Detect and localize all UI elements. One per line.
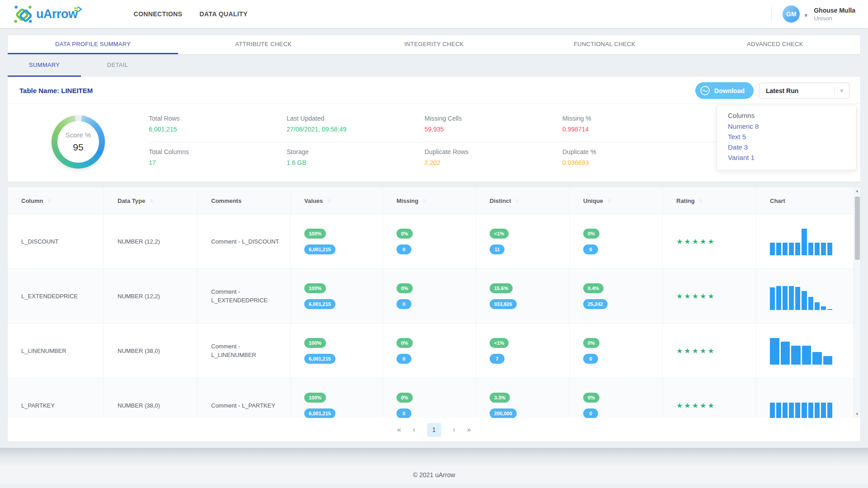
column-header-unique[interactable]: Unique↑↓	[570, 188, 663, 214]
avatar[interactable]: GM	[783, 5, 800, 23]
column-header-label: Column	[21, 197, 43, 204]
columns-panel-item-numeric[interactable]: Numeric 8	[728, 121, 845, 131]
subtab-summary[interactable]: SUMMARY	[8, 54, 81, 77]
run-select[interactable]: Latest Run ▼	[759, 83, 849, 99]
download-icon	[700, 85, 710, 96]
stat-label: Missing %	[562, 115, 700, 122]
next-page-button[interactable]: ›	[453, 426, 455, 434]
stat-label: Last Updated	[287, 115, 425, 122]
column-header-label: Comments	[211, 197, 241, 204]
column-header-label: Data Type	[118, 197, 145, 204]
count-badge: 6,001,215	[304, 299, 335, 309]
table-body: L_DISCOUNTNUMBER (12,2)Comment - L_DISCO…	[8, 214, 860, 418]
download-label: Download	[714, 87, 745, 94]
percent-badge: 0%	[583, 338, 599, 348]
cell-rating: ★★★★★	[663, 269, 756, 323]
column-header-column[interactable]: Column↑↓	[8, 188, 104, 214]
column-header-chart: Chart	[756, 188, 860, 214]
stat-value: 6,001,215	[149, 126, 287, 133]
stat-total-columns: Total Columns17	[149, 142, 287, 175]
count-badge: 0	[396, 354, 411, 364]
cell-chart	[756, 324, 860, 378]
columns-panel-item-text[interactable]: Text 5	[728, 131, 845, 142]
brand-logo[interactable]: uArrow	[13, 4, 90, 24]
scrollbar-thumb[interactable]	[855, 197, 860, 260]
column-header-rating[interactable]: Rating↑↓	[663, 188, 756, 214]
histogram-bar	[802, 346, 811, 365]
table-row: L_LINENUMBERNUMBER (38,0)Comment - L_LIN…	[8, 324, 860, 378]
cell-comments: Comment - L_DISCOUNT	[198, 214, 291, 268]
histogram-bar	[789, 243, 794, 255]
tab-attribute-check[interactable]: ATTRIBUTE CHECK	[178, 35, 349, 54]
count-badge: 25,242	[583, 299, 608, 309]
histogram-bar	[776, 403, 781, 418]
stat-label: Total Columns	[149, 148, 287, 155]
column-header-label: Missing	[396, 197, 418, 204]
columns-panel-item-variant[interactable]: Variant 1	[728, 152, 845, 163]
tab-integerity-check[interactable]: INTEGERITY CHECK	[349, 35, 519, 54]
stat-value: 1.6 GB	[287, 159, 425, 166]
percent-badge: 0%	[396, 229, 413, 239]
user-name: Ghouse Mulla	[814, 7, 855, 14]
column-header-values[interactable]: Values↑↓	[291, 188, 383, 214]
cell-rating: ★★★★★	[663, 378, 756, 418]
user-menu-chevron-icon[interactable]: ▼	[803, 13, 808, 18]
column-header-missing[interactable]: Missing↑↓	[383, 188, 476, 214]
nav-item-connections[interactable]: CONNECTIONS	[134, 10, 183, 18]
columns-panel-title: Columns	[728, 112, 845, 119]
table-row: L_DISCOUNTNUMBER (12,2)Comment - L_DISCO…	[8, 214, 860, 269]
count-badge: 0	[396, 244, 411, 254]
histogram-bar	[808, 297, 813, 310]
star-rating: ★★★★★	[676, 401, 716, 410]
star-rating: ★★★★★	[676, 237, 716, 246]
scroll-up-icon[interactable]: ▲	[855, 188, 859, 195]
nav-item-data-quality[interactable]: DATA QUALITY	[199, 10, 247, 18]
sort-icon: ↑↓	[698, 197, 701, 204]
histogram-bar	[827, 403, 832, 418]
histogram-bar	[791, 346, 801, 365]
subtab-detail[interactable]: DETAIL	[81, 54, 154, 77]
column-header-comments: Comments	[198, 188, 291, 214]
tab-functional-check[interactable]: FUNCTIONAL CHECK	[519, 35, 690, 54]
sort-icon: ↑↓	[47, 197, 50, 204]
stat-label: Storage	[287, 148, 425, 155]
table-row: L_EXTENDEDPRICENUMBER (12,2)Comment - L_…	[8, 269, 860, 324]
download-button[interactable]: Download	[695, 82, 754, 99]
first-page-button[interactable]: «	[397, 426, 401, 434]
cell-chart	[756, 269, 860, 323]
columns-panel-item-date[interactable]: Date 3	[728, 142, 845, 152]
page-footer: © 2021 uArrow	[0, 448, 868, 484]
percent-badge: 100%	[304, 229, 326, 239]
page-number[interactable]: 1	[427, 423, 441, 437]
chevron-down-icon: ▼	[839, 88, 844, 94]
tab-data-profile-summary[interactable]: DATA PROFILE SUMMARY	[8, 35, 178, 54]
histogram-bar	[827, 309, 832, 310]
tab-advanced-check[interactable]: ADVANCED CHECK	[690, 35, 860, 54]
scroll-down-icon[interactable]: ▼	[855, 411, 859, 418]
percent-badge: 0%	[396, 338, 413, 348]
histogram-bar	[783, 243, 788, 255]
secondary-tab-bar: SUMMARYDETAIL	[8, 54, 860, 77]
column-header-distinct[interactable]: Distinct↑↓	[476, 188, 570, 214]
cell-data-type: NUMBER (38,0)	[104, 378, 198, 418]
histogram-bar	[808, 403, 813, 418]
vertical-scrollbar[interactable]: ▲ ▼	[854, 188, 860, 418]
histogram-bar	[802, 291, 807, 310]
histogram-bar	[789, 286, 794, 310]
cell-column-name: L_EXTENDEDPRICE	[8, 269, 104, 323]
cell-chart	[756, 214, 860, 268]
cell-data-type: NUMBER (12,2)	[104, 214, 198, 268]
prev-page-button[interactable]: ‹	[413, 426, 415, 434]
histogram-bar	[812, 352, 822, 365]
stat-label: Missing Cells	[425, 115, 562, 122]
histogram-chart	[770, 227, 832, 255]
histogram-chart	[770, 337, 832, 365]
score-gauge: Score % 95	[52, 115, 105, 169]
last-page-button[interactable]: »	[467, 426, 471, 434]
stat-duplicate-rows: Duplicate Rows2,202	[425, 142, 562, 175]
histogram-bar	[827, 243, 832, 255]
column-header-data-type[interactable]: Data Type↑↓	[104, 188, 198, 214]
histogram-bar	[821, 243, 826, 255]
cell-missing: 0%0	[383, 214, 476, 268]
histogram-chart	[770, 282, 832, 310]
